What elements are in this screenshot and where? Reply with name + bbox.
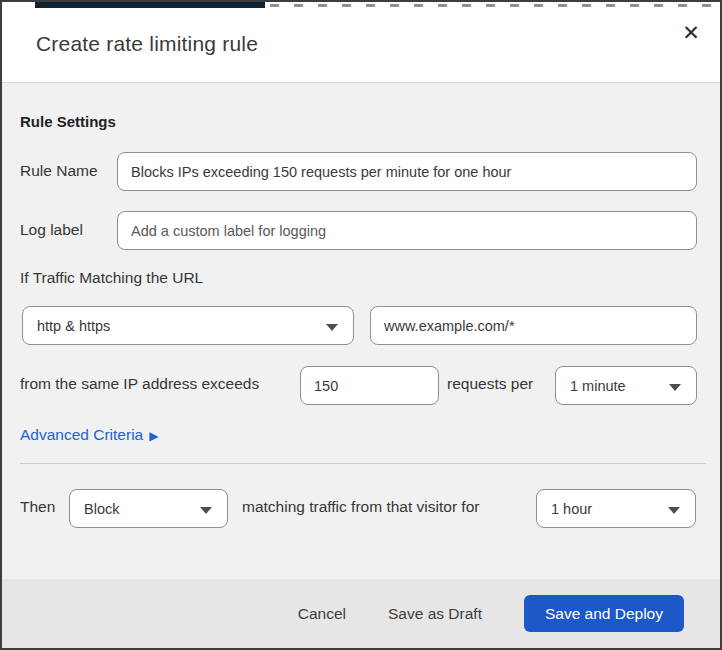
threshold-prefix-label: from the same IP address exceeds bbox=[20, 375, 259, 393]
close-icon[interactable]: ✕ bbox=[676, 18, 706, 48]
background-page-sliver bbox=[2, 2, 720, 10]
url-pattern-input[interactable] bbox=[370, 306, 697, 345]
log-label-input[interactable] bbox=[117, 211, 697, 250]
expand-arrow-icon: ▶ bbox=[149, 428, 158, 442]
duration-select-value: 1 hour bbox=[551, 501, 592, 517]
dialog-header: Create rate limiting rule ✕ bbox=[2, 10, 720, 82]
rate-limit-dialog: Create rate limiting rule ✕ Rule Setting… bbox=[0, 0, 722, 650]
chevron-down-icon bbox=[669, 384, 681, 391]
action-select-value: Block bbox=[84, 501, 119, 517]
period-select[interactable]: 1 minute bbox=[555, 366, 697, 405]
dialog-footer: Cancel Save as Draft Save and Deploy bbox=[2, 579, 720, 648]
background-obscured-text bbox=[270, 4, 714, 7]
rule-settings-heading: Rule Settings bbox=[20, 113, 116, 130]
then-label: Then bbox=[20, 498, 55, 516]
dialog-title: Create rate limiting rule bbox=[36, 32, 258, 56]
background-navy-bar bbox=[35, 2, 265, 8]
rule-name-input[interactable] bbox=[117, 152, 697, 191]
chevron-down-icon bbox=[668, 507, 680, 514]
section-divider bbox=[20, 463, 706, 464]
request-count-input[interactable] bbox=[300, 366, 439, 405]
action-middle-label: matching traffic from that visitor for bbox=[242, 498, 479, 516]
chevron-down-icon bbox=[326, 324, 338, 331]
scheme-select-value: http & https bbox=[37, 318, 110, 334]
rule-name-label: Rule Name bbox=[20, 162, 98, 180]
save-and-deploy-button[interactable]: Save and Deploy bbox=[524, 595, 684, 632]
chevron-down-icon bbox=[200, 507, 212, 514]
action-select[interactable]: Block bbox=[69, 489, 228, 528]
log-label-label: Log label bbox=[20, 221, 83, 239]
duration-select[interactable]: 1 hour bbox=[536, 489, 696, 528]
save-as-draft-button[interactable]: Save as Draft bbox=[388, 605, 482, 623]
period-select-value: 1 minute bbox=[570, 378, 626, 394]
cancel-button[interactable]: Cancel bbox=[298, 605, 346, 623]
requests-per-label: requests per bbox=[447, 375, 533, 393]
traffic-match-label: If Traffic Matching the URL bbox=[20, 269, 203, 287]
advanced-criteria-label: Advanced Criteria bbox=[20, 426, 143, 444]
advanced-criteria-link[interactable]: Advanced Criteria ▶ bbox=[20, 426, 158, 444]
scheme-select[interactable]: http & https bbox=[22, 306, 354, 345]
